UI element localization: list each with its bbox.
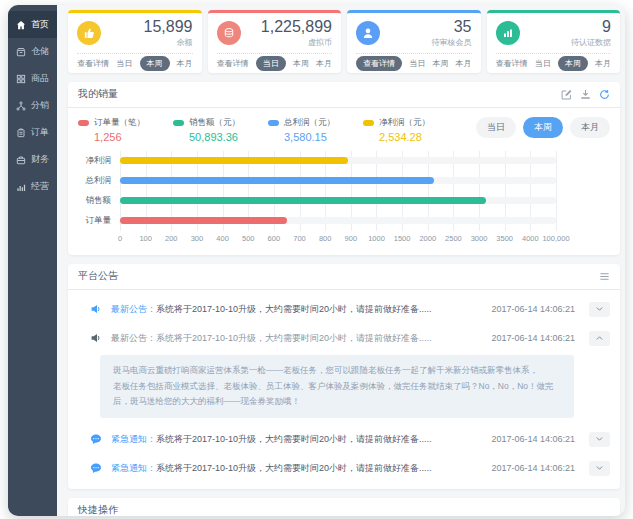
operation-icon <box>16 182 26 192</box>
chart-bar[interactable] <box>120 157 348 164</box>
period-day[interactable]: 当日 <box>117 58 133 69</box>
bar-track <box>120 217 556 224</box>
legend-item-orders: 订单量（笔） 1,256 <box>78 117 145 143</box>
announcement-tag[interactable]: 最新公告： <box>111 303 156 316</box>
section-title: 我的销量 <box>78 87 118 101</box>
stat-card-pending-data: 9 待认证数据 查看详情 当日 本周 本月 <box>487 10 621 73</box>
x-tick-label: 700 <box>293 234 306 243</box>
period-month[interactable]: 本月 <box>177 58 193 69</box>
view-details-link[interactable]: 查看详情 <box>356 56 402 71</box>
stat-label: 待审核会员 <box>432 37 472 48</box>
period-day[interactable]: 当日 <box>410 58 426 69</box>
section-title: 平台公告 <box>78 269 118 283</box>
x-tick-label: 0 <box>118 234 122 243</box>
stat-card-pending-members: 35 待审核会员 查看详情 当日 本周 本月 <box>347 10 481 73</box>
warehouse-icon <box>16 47 26 57</box>
sidebar-item-label: 财务 <box>31 153 49 166</box>
announcement-text[interactable]: 系统将于2017-10-10升级，大约需要时间20小时，请提前做好准备..... <box>156 433 481 446</box>
legend-swatch <box>363 120 374 126</box>
refresh-icon[interactable] <box>599 89 610 100</box>
announcement-tag[interactable]: 紧急通知： <box>111 433 156 446</box>
legend-label: 总利润（元） <box>284 117 335 129</box>
period-day-button[interactable]: 当日 <box>476 117 516 138</box>
period-week-button[interactable]: 本周 <box>523 117 563 138</box>
x-tick-label: 2000 <box>419 234 436 243</box>
chart-bar[interactable] <box>120 177 434 184</box>
chart-bar[interactable] <box>120 217 287 224</box>
collapse-toggle-button[interactable] <box>589 331 610 346</box>
period-week[interactable]: 本周 <box>293 58 309 69</box>
legend-item-sales: 销售额（元） 50,893.36 <box>173 117 240 143</box>
menu-icon[interactable] <box>599 271 610 282</box>
download-icon[interactable] <box>580 89 591 100</box>
x-tick-label: 500 <box>242 234 255 243</box>
legend-item-net-profit: 净利润（元） 2,534.28 <box>363 117 430 143</box>
expand-toggle-button[interactable] <box>589 432 610 447</box>
distribution-icon <box>16 101 26 111</box>
stat-card-balance: 15,899 余额 查看详情 当日 本周 本月 <box>68 10 202 73</box>
stat-cards-row: 15,899 余额 查看详情 当日 本周 本月 <box>68 10 620 73</box>
x-tick-label: 800 <box>319 234 332 243</box>
announcement-text[interactable]: 系统将于2017-10-10升级，大约需要时间20小时，请提前做好准备..... <box>156 462 481 475</box>
x-tick-label: 400 <box>216 234 229 243</box>
announcement-tag[interactable]: 最新公告： <box>111 332 156 345</box>
legend-label: 销售额（元） <box>189 117 240 129</box>
stat-label: 待认证数据 <box>571 37 611 48</box>
sidebar-item-label: 订单 <box>31 126 49 139</box>
announcement-row: 紧急通知： 系统将于2017-10-10升级，大约需要时间20小时，请提前做好准… <box>68 454 620 489</box>
chat-icon <box>90 433 102 445</box>
sidebar-item-operation[interactable]: 经营 <box>8 173 57 200</box>
main-content: 15,899 余额 查看详情 当日 本周 本月 <box>57 5 625 516</box>
period-month-button[interactable]: 本月 <box>570 117 610 138</box>
period-week[interactable]: 本周 <box>433 58 449 69</box>
y-category-label: 订单量 <box>78 211 120 231</box>
sales-section: 我的销量 订单量（笔） 1,256 销售额（元） 50,893.36 总利润（元 <box>68 82 620 255</box>
bar-chart: 净利润总利润销售额订单量 010020030040050060070080090… <box>68 148 620 255</box>
user-icon <box>356 21 380 45</box>
chart-bar[interactable] <box>120 197 486 204</box>
stat-value: 1,225,899 <box>261 19 332 36</box>
announcement-text[interactable]: 系统将于2017-10-10升级，大约需要时间20小时，请提前做好准备..... <box>156 303 481 316</box>
sidebar-item-finance[interactable]: 财务 <box>8 146 57 173</box>
legend-value: 3,580.15 <box>284 131 335 143</box>
announcement-date: 2017-06-14 14:06:21 <box>491 304 575 314</box>
expand-toggle-button[interactable] <box>589 302 610 317</box>
announcement-row: 最新公告： 系统将于2017-10-10升级，大约需要时间20小时，请提前做好准… <box>68 290 620 324</box>
view-details-link[interactable]: 查看详情 <box>77 58 109 69</box>
chart-bar-row <box>120 171 556 191</box>
x-tick-label: 900 <box>345 234 358 243</box>
stat-value: 35 <box>432 19 472 36</box>
sidebar-item-home[interactable]: 首页 <box>8 11 57 38</box>
chart-bar-row <box>120 151 556 171</box>
view-details-link[interactable]: 查看详情 <box>496 58 528 69</box>
period-month[interactable]: 本月 <box>595 58 611 69</box>
sidebar-item-label: 首页 <box>31 18 49 31</box>
sidebar-item-products[interactable]: 商品 <box>8 65 57 92</box>
x-tick-label: 2500 <box>445 234 462 243</box>
products-icon <box>16 74 26 84</box>
expand-toggle-button[interactable] <box>589 461 610 476</box>
chat-icon <box>90 462 102 474</box>
period-day[interactable]: 当日 <box>535 58 551 69</box>
period-day[interactable]: 当日 <box>256 56 286 71</box>
thumbs-up-icon <box>77 21 101 45</box>
sidebar-item-distribution[interactable]: 分销 <box>8 92 57 119</box>
legend-label: 净利润（元） <box>379 117 430 129</box>
legend-label: 订单量（笔） <box>94 117 145 129</box>
announcement-row: 最新公告： 系统将于2017-10-10升级，大约需要时间20小时，请提前做好准… <box>68 324 620 353</box>
edit-icon[interactable] <box>561 89 572 100</box>
period-month[interactable]: 本月 <box>456 58 472 69</box>
announcement-text[interactable]: 系统将于2017-10-10升级，大约需要时间20小时，请提前做好准备..... <box>156 332 481 345</box>
announcement-tag[interactable]: 紧急通知： <box>111 462 156 475</box>
sidebar-item-label: 经营 <box>31 180 49 193</box>
period-week[interactable]: 本周 <box>558 56 588 71</box>
sidebar-item-orders[interactable]: 订单 <box>8 119 57 146</box>
announcement-row: 紧急通知： 系统将于2017-10-10升级，大约需要时间20小时，请提前做好准… <box>68 425 620 454</box>
view-details-link[interactable]: 查看详情 <box>217 58 249 69</box>
period-month[interactable]: 本月 <box>316 58 332 69</box>
period-week[interactable]: 本周 <box>140 56 170 71</box>
sidebar-item-warehouse[interactable]: 仓储 <box>8 38 57 65</box>
bar-track <box>120 157 556 164</box>
legend-value: 2,534.28 <box>379 131 430 143</box>
x-tick-label: 100,000 <box>542 234 569 243</box>
